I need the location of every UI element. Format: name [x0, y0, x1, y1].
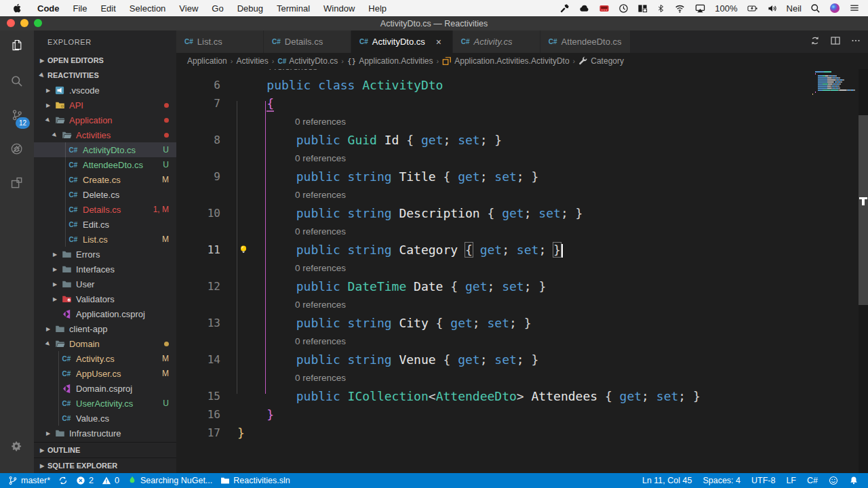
line-number[interactable]: 14: [176, 350, 220, 369]
status-item-ln-11-col-45[interactable]: Ln 11, Col 45: [642, 476, 692, 485]
code-line-12[interactable]: 12 public DateTime Date { get; set; }: [176, 277, 859, 296]
codelens-label[interactable]: 0 references: [295, 332, 346, 350]
tree-item-details-cs[interactable]: C#Details.cs1, M: [34, 202, 176, 217]
battery-icon[interactable]: [747, 3, 758, 14]
tree-item-activity-cs[interactable]: C#Activity.csM: [34, 351, 176, 366]
tree-item-edit-cs[interactable]: C#Edit.cs: [34, 217, 176, 232]
tree-item-interfaces[interactable]: ▶Interfaces: [34, 262, 176, 277]
tree-item-api[interactable]: ▶API: [34, 98, 176, 113]
volume-icon[interactable]: [767, 3, 778, 14]
cloud-icon[interactable]: [578, 3, 590, 14]
status-item-2[interactable]: 2: [76, 476, 94, 485]
tree-item-application-csproj[interactable]: Application.csproj: [34, 306, 176, 321]
window-title-bar[interactable]: ActivityDto.cs — Reactivities: [0, 16, 868, 30]
menu-status-text[interactable]: Neil: [787, 3, 802, 14]
tree-item-value-cs[interactable]: C#Value.cs: [34, 411, 176, 426]
siri-icon[interactable]: [829, 3, 840, 14]
tab-attendeedto-cs[interactable]: C#AttendeeDto.cs: [540, 30, 631, 53]
menu-item-terminal[interactable]: Terminal: [270, 3, 317, 14]
activity-bar-explorer[interactable]: [0, 30, 34, 64]
codelens-label[interactable]: 0 references: [295, 149, 346, 167]
menu-item-edit[interactable]: Edit: [94, 3, 122, 14]
apple-logo-icon[interactable]: [12, 3, 31, 14]
codelens-label[interactable]: 0 references: [295, 186, 346, 204]
zoom-window-button[interactable]: [34, 19, 42, 27]
line-number[interactable]: 9: [176, 167, 220, 186]
activity-bar-search[interactable]: [0, 64, 34, 98]
tree-item-user[interactable]: ▶User: [34, 277, 176, 291]
code-line-13[interactable]: 13 public string City { get; set; }: [176, 314, 859, 332]
status-item[interactable]: [829, 476, 838, 485]
tree-item-delete-cs[interactable]: C#Delete.cs: [34, 187, 176, 202]
menu-status-text[interactable]: 100%: [715, 3, 737, 14]
tree-item-application[interactable]: ▶Application: [34, 113, 176, 127]
tree-item-useractivity-cs[interactable]: C#UserActivity.csU: [34, 396, 176, 411]
status-item-reactivities-sln[interactable]: Reactivities.sln: [220, 476, 290, 485]
status-item-spaces-4[interactable]: Spaces: 4: [703, 476, 741, 485]
code-line-9[interactable]: 9 public string Title { get; set; }: [176, 167, 859, 186]
tab-activity-cs[interactable]: C#Activity.cs: [453, 30, 540, 53]
status-item-searching-nuget-[interactable]: Searching NuGet...: [127, 476, 212, 485]
outline-section[interactable]: ▶ OUTLINE: [34, 442, 176, 458]
tree-item-create-cs[interactable]: C#Create.csM: [34, 172, 176, 187]
status-item-lf[interactable]: LF: [786, 476, 796, 485]
menu-item-window[interactable]: Window: [317, 3, 361, 14]
code-line-17[interactable]: 17}: [176, 424, 859, 442]
codelens-label[interactable]: 0 references: [295, 222, 346, 241]
code-line-8[interactable]: 8 public Guid Id { get; set; }: [176, 131, 859, 149]
status-item-0[interactable]: 0: [102, 476, 119, 485]
minimap[interactable]: [812, 71, 857, 96]
code-editor[interactable]: 4 references6 public class ActivityDto7 …: [176, 69, 868, 473]
close-icon[interactable]: ×: [433, 37, 444, 47]
line-number[interactable]: 8: [176, 131, 220, 149]
lightbulb-icon[interactable]: [239, 245, 249, 255]
tool-icon[interactable]: [559, 3, 570, 14]
line-number[interactable]: 6: [176, 76, 220, 94]
menu-item-file[interactable]: File: [66, 3, 94, 14]
code-line-15[interactable]: 15 public ICollection<AttendeeDto> Atten…: [176, 387, 859, 405]
breadcrumb-item[interactable]: {}Application.Activities: [347, 56, 433, 66]
codelens-label[interactable]: 0 references: [295, 369, 346, 387]
tab-action-split-editor[interactable]: [830, 35, 841, 49]
line-number[interactable]: 16: [176, 405, 220, 424]
history-icon[interactable]: [618, 3, 629, 14]
line-number[interactable]: 7: [176, 94, 220, 113]
tab-action-more[interactable]: [850, 35, 861, 49]
tree-item-activities[interactable]: ▶Activities: [34, 127, 176, 142]
menu-item-selection[interactable]: Selection: [123, 3, 172, 14]
status-item[interactable]: [849, 476, 859, 485]
project-root-section[interactable]: ▶ REACTIVITIES: [34, 68, 176, 83]
spotlight-icon[interactable]: [810, 3, 821, 14]
status-item-master-[interactable]: master*: [8, 476, 50, 485]
tree-item-activitydto-cs[interactable]: C#ActivityDto.csU: [34, 142, 176, 157]
status-item-utf-8[interactable]: UTF-8: [751, 476, 775, 485]
breadcrumb-item[interactable]: Application: [187, 56, 227, 66]
tree-item-infrastructure[interactable]: ▶Infrastructure: [34, 426, 176, 441]
breadcrumb-item[interactable]: Application.Activities.ActivityDto: [442, 56, 569, 66]
line-number[interactable]: 17: [176, 424, 220, 442]
scrollbar-thumb[interactable]: [859, 115, 868, 305]
recorder-icon[interactable]: [599, 3, 610, 14]
breadcrumb-item[interactable]: C#ActivityDto.cs: [277, 56, 338, 66]
sqlite-explorer-section[interactable]: ▶ SQLITE EXPLORER: [34, 458, 176, 473]
activity-bar-source-control[interactable]: 12: [0, 98, 34, 132]
tree-item-domain[interactable]: ▶Domain: [34, 336, 176, 351]
tab-list-cs[interactable]: C#List.cs: [176, 30, 264, 53]
line-number[interactable]: 11: [176, 241, 220, 259]
line-number[interactable]: 15: [176, 387, 220, 405]
line-number[interactable]: 10: [176, 204, 220, 222]
menu-item-go[interactable]: Go: [205, 3, 230, 14]
tab-details-cs[interactable]: C#Details.cs: [264, 30, 351, 53]
line-number[interactable]: 12: [176, 277, 220, 296]
wifi-icon[interactable]: [674, 3, 686, 14]
tree-item-errors[interactable]: ▶Errors: [34, 247, 176, 262]
airplay-icon[interactable]: [694, 3, 706, 14]
menu-item-debug[interactable]: Debug: [231, 3, 270, 14]
tree-item-domain-csproj[interactable]: Domain.csproj: [34, 381, 176, 396]
line-number[interactable]: 13: [176, 314, 220, 332]
code-line-6[interactable]: 6 public class ActivityDto: [176, 76, 859, 94]
breadcrumb-item[interactable]: Activities: [236, 56, 268, 66]
control-center-icon[interactable]: [849, 3, 860, 13]
open-editors-section[interactable]: ▶ OPEN EDITORS: [34, 53, 176, 68]
activity-bar-settings[interactable]: [0, 430, 34, 464]
